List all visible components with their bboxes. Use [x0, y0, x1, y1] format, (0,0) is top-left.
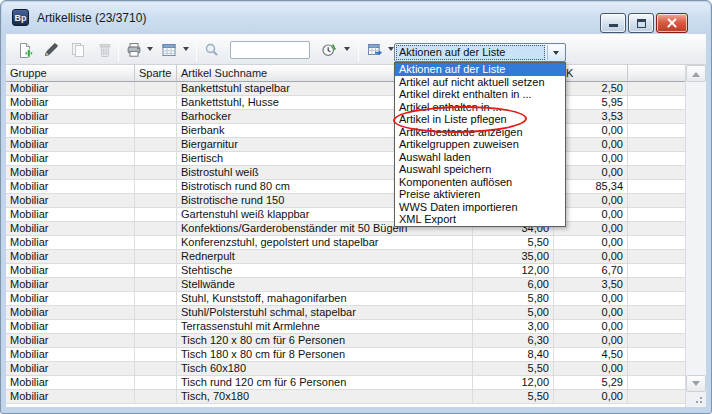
cell-suchname: Stuhl/Polsterstuhl schmal, stapelbar [177, 306, 473, 320]
cell-sparte [135, 166, 177, 180]
cell-price-1: 12,00 [473, 376, 554, 390]
table-row[interactable]: MobiliarBistrostuhl weiß0,00 [6, 166, 706, 180]
cell-price-1: 5,50 [473, 236, 554, 250]
table-row[interactable]: MobiliarRednerpult35,000,00 [6, 250, 706, 264]
table-row[interactable]: MobiliarTisch 180 x 80 cm für 8 Personen… [6, 348, 706, 362]
search-input[interactable] [230, 41, 310, 59]
article-table: GruppeSparteArtikel SuchnameK MobiliarBa… [6, 65, 706, 407]
cell-gruppe: Mobiliar [6, 180, 135, 194]
chevron-down-icon [553, 51, 559, 58]
dropdown-item[interactable]: Aktionen auf der Liste [395, 63, 565, 76]
grid-view-icon [161, 42, 177, 58]
dropdown-item[interactable]: Preise aktivieren [395, 188, 565, 201]
new-item-button[interactable] [14, 39, 36, 61]
dropdown-item[interactable]: Artikel in Liste pflegen [395, 113, 565, 126]
dropdown-item[interactable]: Artikelgruppen zuweisen [395, 138, 565, 151]
print-icon [126, 42, 142, 58]
cell-gruppe: Mobiliar [6, 96, 135, 110]
print-button[interactable] [123, 39, 145, 61]
actions-combobox[interactable]: Aktionen auf der Liste [394, 43, 566, 62]
table-row[interactable]: MobiliarStellwände6,003,50 [6, 278, 706, 292]
cell-gruppe: Mobiliar [6, 82, 135, 96]
table-row[interactable]: MobiliarBistrotisch rund 80 cm85,34 [6, 180, 706, 194]
cell-sparte [135, 82, 177, 96]
cell-suchname: Tisch 180 x 80 cm für 8 Personen [177, 348, 473, 362]
table-row[interactable]: MobiliarBarhocker3,53 [6, 110, 706, 124]
table-row[interactable]: MobiliarTisch 120 x 80 cm für 6 Personen… [6, 334, 706, 348]
search-icon [204, 42, 220, 58]
table-row[interactable]: MobiliarStehtische12,006,70 [6, 264, 706, 278]
cell-sparte [135, 334, 177, 348]
table-row[interactable]: MobiliarTerrassenstuhl mit Armlehne3,000… [6, 320, 706, 334]
dropdown-item[interactable]: Artikel auf nicht aktuell setzen [395, 76, 565, 89]
table-row[interactable]: MobiliarBistrotische rund 1500,00 [6, 194, 706, 208]
table-row[interactable]: MobiliarBiertisch0,00 [6, 152, 706, 166]
grid-view-button[interactable] [158, 39, 180, 61]
history-dropdown-caret[interactable] [344, 47, 350, 54]
cell-sparte [135, 306, 177, 320]
cell-sparte [135, 96, 177, 110]
table-row[interactable]: MobiliarTisch rund 120 cm für 6 Personen… [6, 376, 706, 390]
cell-suchname: Stellwände [177, 278, 473, 292]
combobox-dropdown-button[interactable] [547, 45, 564, 60]
history-button[interactable] [318, 39, 340, 61]
dropdown-item[interactable]: Artikel enthalten in ... [395, 101, 565, 114]
resize-grip[interactable] [686, 392, 706, 407]
toolbar-separator [118, 38, 119, 62]
scroll-up-button[interactable] [686, 65, 706, 82]
table-row[interactable]: MobiliarKonfektions/Garderobenständer mi… [6, 222, 706, 236]
table-row[interactable]: MobiliarKonferenzstuhl, gepolstert und s… [6, 236, 706, 250]
dropdown-item[interactable]: Auswahl laden [395, 151, 565, 164]
cell-suchname: Tisch 60x180 [177, 362, 473, 376]
table-row[interactable]: MobiliarTisch, 70x1805,500,00 [6, 390, 706, 404]
table-row[interactable]: MobiliarStuhl, Kunststoff, mahagonifarbe… [6, 292, 706, 306]
cell-sparte [135, 292, 177, 306]
cell-suchname: Terrassenstuhl mit Armlehne [177, 320, 473, 334]
scroll-down-button[interactable] [686, 375, 706, 392]
table-row[interactable]: MobiliarBankettstuhl, Husse5,95 [6, 96, 706, 110]
cell-gruppe: Mobiliar [6, 250, 135, 264]
cell-gruppe: Mobiliar [6, 236, 135, 250]
cell-gruppe: Mobiliar [6, 376, 135, 390]
table-row[interactable]: MobiliarTisch 60x1805,500,00 [6, 362, 706, 376]
dropdown-item[interactable]: Artikelbestande anzeigen [395, 126, 565, 139]
dropdown-item[interactable]: XML Export [395, 213, 565, 226]
column-header-sparte[interactable]: Sparte [135, 65, 177, 82]
dropdown-item[interactable]: Komponenten auflösen [395, 176, 565, 189]
close-button[interactable] [656, 13, 688, 33]
column-header-blank-5[interactable] [628, 65, 686, 82]
cell-sparte [135, 320, 177, 334]
cell-empty [628, 264, 686, 278]
cell-price-1: 5,50 [473, 362, 554, 376]
table-row[interactable]: MobiliarGartenstuhl weiß klappbar0,00 [6, 208, 706, 222]
search-button[interactable] [201, 39, 223, 61]
grid-view-dropdown-caret[interactable] [183, 47, 189, 54]
cell-gruppe: Mobiliar [6, 334, 135, 348]
table-header-row: GruppeSparteArtikel SuchnameK [6, 65, 706, 82]
cell-sparte [135, 180, 177, 194]
table-row[interactable]: MobiliarStuhl/Polsterstuhl schmal, stape… [6, 306, 706, 320]
dropdown-item[interactable]: Auswahl speichern [395, 163, 565, 176]
table-row[interactable]: MobiliarBierbank0,00 [6, 124, 706, 138]
export-list-button[interactable] [364, 39, 386, 61]
scrollbar-track[interactable] [686, 82, 706, 375]
copy-icon [70, 42, 86, 58]
dropdown-item[interactable]: Artikel direkt enthalten in ... [395, 88, 565, 101]
minimize-button[interactable] [600, 13, 626, 33]
dropdown-item[interactable]: WWS Daten importieren [395, 201, 565, 214]
print-dropdown-caret[interactable] [147, 47, 153, 54]
table-row[interactable]: MobiliarBiergarnitur0,00 [6, 138, 706, 152]
cell-sparte [135, 208, 177, 222]
cell-price-1: 12,00 [473, 264, 554, 278]
table-row[interactable]: MobiliarBankettstuhl stapelbar2,50 [6, 82, 706, 96]
close-icon [666, 17, 678, 29]
vertical-scrollbar[interactable] [685, 65, 706, 407]
toolbar-separator [196, 38, 197, 62]
cell-empty [628, 110, 686, 124]
window-title: Artikelliste (23/3710) [37, 11, 146, 25]
edit-button[interactable] [40, 39, 62, 61]
column-header-gruppe[interactable]: Gruppe [6, 65, 135, 82]
delete-button[interactable] [94, 39, 116, 61]
copy-button[interactable] [67, 39, 89, 61]
maximize-button[interactable] [628, 13, 654, 33]
